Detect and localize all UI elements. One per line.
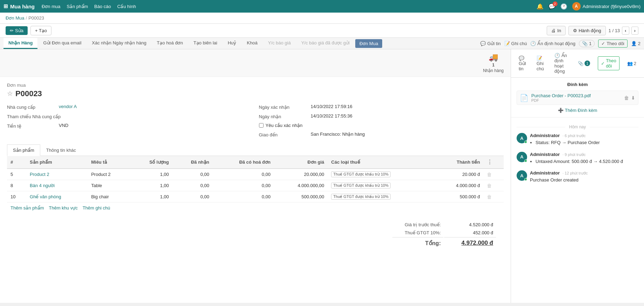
deliver-to-label: Giao đến <box>259 131 308 137</box>
tab-tao-hoa-don[interactable]: Tạo hoá đơn <box>152 38 188 49</box>
row3-delete[interactable]: 🗑 <box>483 191 504 202</box>
row3-tax: Thuế GTGT được khấu trừ 10% <box>328 191 434 202</box>
attachment-name[interactable]: Purchase Order - P00023.pdf <box>531 93 621 98</box>
add-product-link[interactable]: Thêm sản phẩm <box>10 205 44 211</box>
chat-header-3: Administrator · 12 phút trước <box>530 170 638 176</box>
main-nav: Đơn mua Sản phẩm Báo cáo Cấu hình <box>42 4 136 9</box>
currency-value: VND <box>59 123 68 128</box>
user-menu[interactable]: A Administrator (fj6nyue0vi9m) <box>572 2 640 10</box>
row1-total: 20.000 đ <box>434 169 484 180</box>
confirm-required-checkbox[interactable] <box>259 123 264 128</box>
add-note-link[interactable]: Thêm ghi chú <box>83 205 110 211</box>
row3-price: 500.000,00 <box>274 191 328 202</box>
pdf-icon: 📄 <box>520 94 528 102</box>
follow-btn[interactable]: ✓ Theo dõi <box>598 40 628 48</box>
tax-label: Thuế GTGT 10%: <box>392 229 443 236</box>
add-attachment-btn[interactable]: ➕ Thêm Đính kèm <box>517 108 638 113</box>
pagination-prev[interactable]: ‹ <box>622 27 629 35</box>
total-value: 4.972.000 đ <box>444 237 496 248</box>
nav-cau-hinh[interactable]: Cấu hình <box>117 4 136 9</box>
send-message-btn[interactable]: 💬 Gửi tin <box>480 41 500 46</box>
note-btn[interactable]: 📝 Ghi chú <box>504 41 527 46</box>
breadcrumb: Đơn Mua / P00023 <box>0 13 644 24</box>
row2-delete[interactable]: 🗑 <box>483 180 504 191</box>
attachments-title: Đính kèm <box>517 82 638 87</box>
rp-followers[interactable]: 👥 2 <box>624 59 639 67</box>
tab-yc-bao-gia[interactable]: Y/c báo giá <box>263 38 296 49</box>
delivery-badge[interactable]: 🚚 1 Nhận hàng <box>483 53 504 73</box>
app-brand[interactable]: ⊞ Mua hàng <box>4 3 35 9</box>
table-header: # Sản phẩm Miêu tả Số lượng Đã nhận Đã c… <box>7 156 504 169</box>
chat-section: Hôm nay A Administrator · 6 phút trước S… <box>511 118 644 303</box>
clock-icon[interactable]: 🕐 <box>560 3 567 10</box>
delete-attachment-icon[interactable]: 🗑 <box>624 95 629 101</box>
table-row: 5 Product 2 Product 2 1,00 0,00 0,00 20.… <box>7 169 504 180</box>
tab-xac-nhan[interactable]: Xác nhận Ngày nhận hàng <box>87 38 152 49</box>
nav-san-pham[interactable]: Sản phẩm <box>67 4 88 9</box>
tab-yc-bao-gia-gui[interactable]: Y/c báo giá đã được gửi <box>296 38 355 49</box>
note-icon: 📝 <box>504 41 510 46</box>
tab-khoa[interactable]: Khoá <box>242 38 262 49</box>
truck-icon: 🚚 <box>489 53 498 62</box>
vendor-value[interactable]: vendor A <box>59 104 77 109</box>
download-attachment-icon[interactable]: ⬇ <box>631 95 635 101</box>
rp-people-icon: 👥 <box>627 61 633 66</box>
followers-badge[interactable]: 👤 2 <box>631 41 640 46</box>
col-invoiced: Đã có hoá đơn <box>213 156 274 169</box>
total-row: Tổng: 4.972.000 đ <box>392 237 496 248</box>
row1-tax: Thuế GTGT được khấu trừ 10% <box>328 169 434 180</box>
row1-delete[interactable]: 🗑 <box>483 169 504 180</box>
print-button[interactable]: 🖨 In <box>547 26 566 35</box>
attachment-info: Purchase Order - P00023.pdf PDF <box>531 93 621 102</box>
table-more-icon[interactable]: ⋮ <box>487 159 492 165</box>
nav-bao-cao[interactable]: Báo cáo <box>94 4 111 9</box>
row1-received: 0,00 <box>173 169 213 180</box>
create-button[interactable]: + Tạo <box>30 26 51 35</box>
messages-icon[interactable]: 💬 2 <box>548 3 555 10</box>
tab-other[interactable]: Thông tin khác <box>40 144 82 156</box>
people-icon: 👤 <box>631 41 637 46</box>
ref-row: Tham chiếu Nhà cung cấp <box>7 113 252 119</box>
tab-huy[interactable]: Huỷ <box>223 38 241 49</box>
rp-attachments[interactable]: 📎 1 <box>575 59 593 67</box>
chat-time-3: · 12 phút trước <box>562 171 588 176</box>
tax-row: Thuế GTGT 10%: 452.000 đ <box>392 229 496 236</box>
row3-product[interactable]: Ghế văn phòng <box>26 191 88 202</box>
notifications-icon[interactable]: 🔔 <box>537 3 544 10</box>
rp-send-message[interactable]: 💬 Gửi tin <box>516 54 529 73</box>
nav-don-mua[interactable]: Đơn mua <box>42 4 61 9</box>
attachments-badge[interactable]: 📎 1 <box>579 40 595 47</box>
row2-qty: 1,00 <box>130 180 172 191</box>
col-num: # <box>7 156 26 169</box>
col-price: Đơn giá <box>274 156 328 169</box>
chat-name-2: Administrator <box>530 152 560 157</box>
schedule-btn[interactable]: 🕐 Ẩn định hoạt động <box>530 41 575 46</box>
rp-clock-icon: 🕐 <box>554 53 560 58</box>
rp-attach-icon: 📎 <box>578 61 583 66</box>
plus-icon: ➕ <box>558 108 564 113</box>
edit-button[interactable]: ✏ Sửa <box>6 26 28 35</box>
tab-nhan-hang[interactable]: Nhận Hàng <box>4 38 37 49</box>
tab-don-mua[interactable]: Đơn Mua <box>355 39 383 48</box>
clock-small-icon: 🕐 <box>530 41 536 46</box>
avatar-2: A <box>517 152 527 162</box>
favorite-icon[interactable]: ☆ <box>7 90 13 98</box>
content-tabs: Sản phẩm Thông tin khác <box>7 144 504 156</box>
action-button[interactable]: ⚙ Hành động <box>568 26 606 35</box>
tab-products[interactable]: Sản phẩm <box>7 144 40 156</box>
chat-text-2: Untaxed Amount: 500.000 đ → 4.520.000 đ <box>530 158 638 165</box>
rp-note[interactable]: 📝 Ghi chú <box>534 54 547 73</box>
chat-name-1: Administrator <box>530 133 560 138</box>
breadcrumb-parent[interactable]: Đơn Mua <box>6 15 24 21</box>
pagination-next[interactable]: › <box>631 27 638 35</box>
confirm-required-row: Yêu cầu xác nhận <box>259 123 504 128</box>
rp-follow[interactable]: ✓ Theo dõi <box>598 56 620 70</box>
rp-schedule[interactable]: 🕐 Ẩn định hoạt động <box>552 51 570 75</box>
app-name: Mua hàng <box>10 3 35 9</box>
row2-product[interactable]: Bàn 4 người <box>26 180 88 191</box>
row1-product[interactable]: Product 2 <box>26 169 88 180</box>
add-section-link[interactable]: Thêm khu vực <box>49 205 77 211</box>
tab-tao-bien-lai[interactable]: Tạo biên lai <box>189 38 222 49</box>
tab-gui-email[interactable]: Gửi Đơn qua email <box>38 38 86 49</box>
chat-text-3: Purchase Order created <box>530 177 638 184</box>
